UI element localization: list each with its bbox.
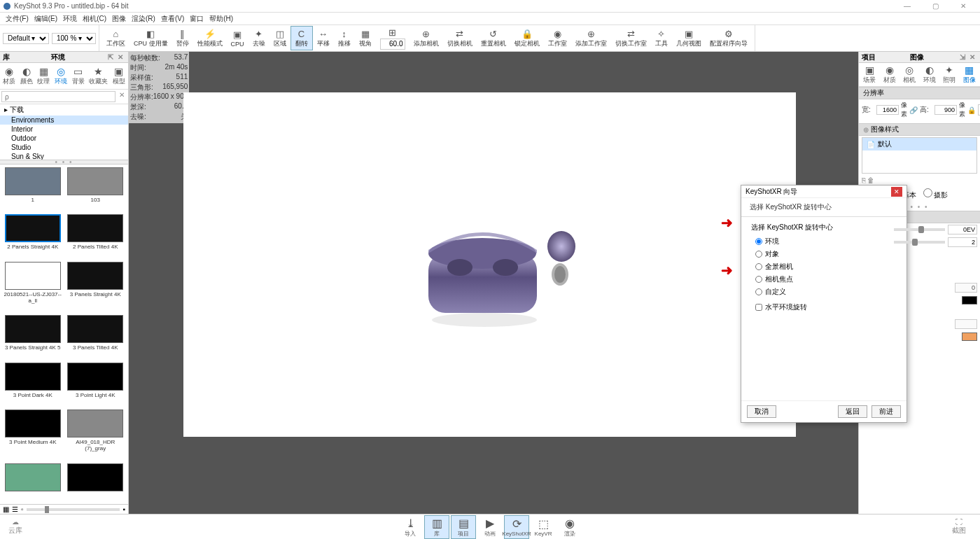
- bottom-button[interactable]: ▤项目: [451, 515, 476, 539]
- bottom-button[interactable]: ◉渲染: [557, 515, 582, 539]
- toolbar-button[interactable]: ↕推移: [334, 27, 355, 50]
- toolbar-button[interactable]: 🔒锁定相机: [510, 27, 544, 50]
- toolbar-button[interactable]: ↔平移: [313, 27, 334, 50]
- tree-item[interactable]: Studio: [0, 143, 128, 152]
- cancel-button[interactable]: 取消: [747, 405, 776, 418]
- tree-item[interactable]: Environments: [0, 115, 128, 125]
- next-button[interactable]: 前进: [872, 405, 901, 418]
- add-style-icon[interactable]: ⊕: [863, 126, 869, 134]
- env-thumbnail[interactable]: 3 Panels Straight 4K 5: [3, 315, 63, 359]
- photo-radio[interactable]: 摄影: [923, 188, 948, 200]
- vignette-color-swatch[interactable]: [962, 296, 977, 304]
- library-tab[interactable]: ◐颜色: [20, 66, 33, 86]
- render-viewport[interactable]: 每秒帧数:53.7时间:2m 40s采样值:511三角形:165,950分辨率:…: [129, 52, 858, 514]
- library-tab[interactable]: ▣模型: [113, 66, 125, 86]
- env-thumbnail[interactable]: 3 Point Dark 4K: [3, 363, 63, 407]
- bottom-button[interactable]: ▥库: [424, 515, 449, 539]
- screenshot-button[interactable]: ⛶截图: [952, 518, 966, 536]
- menu-item[interactable]: 渲染(R): [129, 14, 158, 24]
- env-thumbnail[interactable]: 20180521--US-ZJ037--a_ll: [3, 262, 63, 312]
- rotation-option-radio[interactable]: [755, 238, 762, 245]
- bottom-button[interactable]: ⬚KeyVR: [531, 515, 556, 539]
- menu-item[interactable]: 图像: [109, 14, 129, 24]
- lock-icon[interactable]: 🔒: [967, 106, 976, 114]
- toolbar-button[interactable]: ◉工作室: [544, 27, 571, 50]
- env-thumbnail[interactable]: 1: [3, 167, 63, 211]
- menu-item[interactable]: 编辑(E): [31, 14, 60, 24]
- toolbar-button[interactable]: ✦去噪: [248, 27, 270, 50]
- close-button[interactable]: ✕: [949, 0, 977, 13]
- toolbar-button[interactable]: ⊞: [376, 26, 410, 51]
- toolbar-button[interactable]: C翻转: [290, 26, 313, 50]
- chromatic-color-swatch[interactable]: [962, 332, 977, 341]
- rotation-option-radio[interactable]: [755, 276, 762, 283]
- library-tab[interactable]: ◉材质: [3, 66, 15, 86]
- rotation-option-radio[interactable]: [755, 251, 762, 258]
- env-thumbnail[interactable]: 103: [66, 167, 126, 211]
- toolbar-button[interactable]: ✧工具: [651, 27, 672, 50]
- minimize-button[interactable]: —: [893, 0, 921, 13]
- tree-item[interactable]: ▸ 下载: [0, 104, 128, 115]
- bottom-button[interactable]: ▶动画: [477, 515, 503, 539]
- close-panel-icon[interactable]: ✕: [115, 53, 125, 61]
- project-tab[interactable]: ✦照明: [943, 64, 955, 85]
- library-tab[interactable]: ★收藏夹: [89, 66, 108, 86]
- close-panel-icon[interactable]: ✕: [967, 53, 977, 61]
- toolbar-button[interactable]: ⚙配置程序向导: [706, 27, 752, 50]
- style-item[interactable]: 📄默认: [862, 138, 976, 150]
- toolbar-button[interactable]: ⊕添加工作室: [571, 27, 611, 50]
- preset-select[interactable]: Default ▾: [3, 33, 49, 44]
- toolbar-button[interactable]: ▣几何视图: [672, 27, 706, 50]
- search-clear-icon[interactable]: ✕: [117, 91, 127, 102]
- env-thumbnail[interactable]: 3 Panels Tilted 4K: [66, 315, 126, 359]
- library-tab[interactable]: ◎环境: [55, 66, 67, 86]
- toolbar-button[interactable]: ▦视角: [355, 27, 376, 50]
- undock-icon[interactable]: ⇲: [958, 53, 967, 61]
- zoom-select[interactable]: 100 % ▾: [52, 33, 96, 44]
- menu-item[interactable]: 相机(C): [80, 14, 109, 24]
- menu-item[interactable]: 帮助(H): [206, 14, 236, 24]
- copy-icon[interactable]: ⎘: [862, 176, 866, 184]
- env-thumbnail[interactable]: [66, 463, 126, 501]
- thumb-size-slider[interactable]: ▦ ☰ ▫ ▪: [0, 504, 128, 514]
- toolbar-button[interactable]: ↺重置相机: [477, 27, 510, 50]
- search-input[interactable]: [1, 91, 115, 102]
- delete-icon[interactable]: 🗑: [867, 176, 874, 184]
- menu-item[interactable]: 窗口: [187, 14, 206, 24]
- width-input[interactable]: [876, 105, 899, 115]
- toolbar-button[interactable]: ▣CPU: [227, 28, 248, 49]
- project-tab[interactable]: ◉材质: [883, 64, 896, 85]
- toolbar-button[interactable]: ◫区域: [270, 27, 290, 50]
- bottom-button[interactable]: ⟳KeyShotXR: [504, 515, 529, 539]
- tree-item[interactable]: Interior: [0, 125, 128, 134]
- horizontal-rotate-checkbox[interactable]: [755, 304, 762, 311]
- dialog-close-icon[interactable]: ✕: [891, 187, 902, 197]
- rotation-option-radio[interactable]: [755, 288, 762, 295]
- menu-item[interactable]: 查看(V): [158, 14, 187, 24]
- project-tab[interactable]: ▦图像: [963, 64, 976, 85]
- height-input[interactable]: [934, 105, 957, 115]
- bottom-button[interactable]: ⤓导入: [398, 515, 423, 539]
- env-thumbnail[interactable]: 2 Panels Straight 4K: [3, 214, 63, 258]
- project-tab[interactable]: ◐环境: [923, 64, 936, 85]
- library-tab[interactable]: ▦纹理: [37, 66, 50, 86]
- env-thumbnail[interactable]: 2 Panels Tilted 4K: [66, 214, 126, 258]
- toolbar-button[interactable]: ⇄切换相机: [443, 27, 477, 50]
- tree-item[interactable]: Outdoor: [0, 134, 128, 143]
- library-tab[interactable]: ▭背景: [72, 66, 85, 86]
- toolbar-button[interactable]: ⊕添加相机: [410, 27, 443, 50]
- back-button[interactable]: 返回: [838, 405, 867, 418]
- project-tab[interactable]: ◎相机: [903, 64, 916, 85]
- toolbar-button[interactable]: ⇄切换工作室: [611, 27, 651, 50]
- maximize-button[interactable]: ▢: [921, 0, 949, 13]
- env-thumbnail[interactable]: 3 Point Light 4K: [66, 363, 126, 407]
- toolbar-button[interactable]: ‖暂停: [172, 27, 193, 50]
- rotation-option-radio[interactable]: [755, 263, 762, 270]
- cloud-library-button[interactable]: ☁云库: [8, 518, 22, 536]
- toolbar-button[interactable]: ⚡性能模式: [193, 27, 227, 50]
- env-thumbnail[interactable]: [3, 463, 63, 501]
- env-thumbnail[interactable]: AI49_018_HDR (7)_gray: [66, 410, 126, 460]
- link-icon[interactable]: 🔗: [909, 106, 918, 114]
- env-thumbnail[interactable]: 3 Panels Straight 4K: [66, 262, 126, 312]
- menu-item[interactable]: 环境: [60, 14, 80, 24]
